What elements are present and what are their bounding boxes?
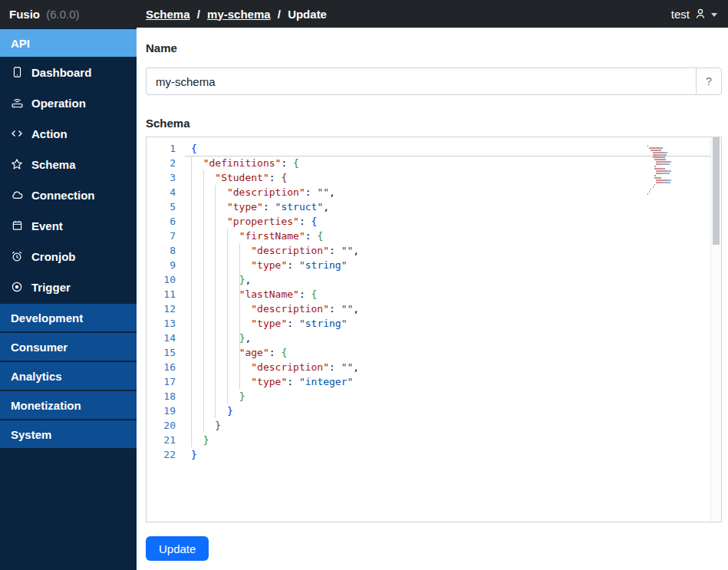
- line-number: 13: [147, 316, 185, 331]
- cloud-icon: [9, 189, 25, 201]
- indent-guide: [215, 185, 216, 418]
- line-number: 6: [147, 214, 185, 229]
- line-number: 18: [147, 389, 185, 404]
- code-line: "type": "struct",: [191, 199, 710, 214]
- sidebar-item-label: Cronjob: [31, 250, 76, 263]
- line-number: 21: [147, 433, 185, 447]
- sidebar-item-dashboard[interactable]: Dashboard: [0, 57, 137, 87]
- sidebar-group-label: Monetization: [11, 399, 81, 412]
- user-menu[interactable]: test: [671, 8, 717, 21]
- code-line: }: [191, 418, 710, 433]
- sidebar-item-connection[interactable]: Connection: [0, 180, 137, 210]
- indent-guide: [203, 170, 204, 433]
- sidebar-group-api[interactable]: API: [0, 29, 137, 57]
- indent-guide: [227, 229, 228, 404]
- line-number: 20: [147, 418, 185, 433]
- line-number: 16: [147, 360, 185, 374]
- line-number: 2: [147, 156, 185, 170]
- sidebar-group-consumer[interactable]: Consumer: [0, 333, 137, 361]
- name-input-group: ?: [146, 68, 722, 95]
- code-line: "description": "",: [191, 360, 710, 374]
- code-line: },: [191, 272, 710, 287]
- breadcrumb-my-schema-link[interactable]: my-schema: [207, 8, 271, 21]
- person-icon: [694, 8, 707, 20]
- schema-label: Schema: [146, 117, 713, 133]
- sidebar-item-label: Trigger: [31, 281, 71, 294]
- breadcrumb-schema-link[interactable]: Schema: [146, 8, 190, 21]
- line-number: 10: [147, 272, 185, 287]
- editor-scrollbar-thumb[interactable]: [713, 137, 720, 245]
- code-line: "age": {: [191, 345, 710, 360]
- code-line: "properties": {: [191, 214, 710, 229]
- editor-minimap[interactable]: [647, 140, 710, 190]
- line-number: 19: [147, 404, 185, 418]
- code-line: }: [191, 389, 710, 404]
- code-line: "description": "",: [191, 301, 710, 316]
- line-number: 5: [147, 199, 185, 214]
- sidebar-group-label: Development: [11, 311, 83, 325]
- alarm-clock-icon: [9, 250, 25, 262]
- breadcrumb-current-page: Update: [288, 8, 327, 21]
- line-number: 8: [147, 243, 185, 258]
- code-line: "type": "integer": [191, 374, 710, 389]
- editor-code[interactable]: { "definitions": { "Student": { "descrip…: [191, 141, 710, 462]
- code-icon: [9, 127, 25, 140]
- schema-code-editor[interactable]: 12345678910111213141516171819202122 { "d…: [146, 137, 722, 522]
- line-number: 9: [147, 258, 185, 272]
- line-number: 7: [147, 229, 185, 243]
- sidebar-item-schema[interactable]: Schema: [0, 149, 137, 180]
- code-line: "Student": {: [191, 170, 710, 185]
- code-line: }: [191, 447, 710, 462]
- line-number: 11: [147, 287, 185, 301]
- breadcrumb-separator: /: [197, 8, 200, 21]
- code-line: "definitions": {: [191, 156, 710, 170]
- router-icon: [9, 97, 25, 109]
- code-line: }: [191, 433, 710, 447]
- line-number: 17: [147, 374, 185, 389]
- brand-link[interactable]: Fusio (6.0.0): [9, 8, 80, 21]
- code-line: "firstName": {: [191, 229, 710, 243]
- editor-gutter: 12345678910111213141516171819202122: [147, 141, 185, 462]
- code-line: "type": "string": [191, 316, 710, 331]
- line-number: 3: [147, 170, 185, 185]
- sidebar-group-analytics[interactable]: Analytics: [0, 362, 137, 390]
- line-number: 1: [147, 141, 185, 156]
- sidebar-item-label: Operation: [31, 97, 86, 110]
- sidebar: API Dashboard Operation: [0, 28, 137, 570]
- sidebar-item-trigger[interactable]: Trigger: [0, 272, 137, 302]
- line-number: 14: [147, 331, 185, 345]
- sidebar-item-label: Action: [31, 127, 68, 140]
- line-number: 22: [147, 447, 185, 462]
- sidebar-item-action[interactable]: Action: [0, 118, 137, 149]
- indent-guide: [239, 243, 240, 389]
- user-name: test: [671, 8, 690, 21]
- brand-name: Fusio: [9, 8, 40, 21]
- line-number: 15: [147, 345, 185, 360]
- code-line: },: [191, 331, 710, 345]
- breadcrumb: Schema / my-schema / Update: [146, 8, 327, 21]
- minimap-line: [647, 188, 710, 190]
- brand-version: (6.0.0): [46, 8, 79, 21]
- sidebar-group-monetization[interactable]: Monetization: [0, 391, 137, 419]
- indent-guide: [191, 156, 192, 447]
- star-icon: [9, 158, 25, 170]
- name-help-button[interactable]: ?: [696, 68, 722, 95]
- sidebar-item-label: Event: [31, 219, 63, 232]
- sidebar-group-label: System: [11, 428, 51, 441]
- code-line: {: [191, 141, 710, 156]
- code-line: }: [191, 404, 710, 418]
- sidebar-item-label: Schema: [31, 158, 76, 171]
- sidebar-item-label: Dashboard: [31, 66, 91, 79]
- app-window: Fusio (6.0.0) Schema / my-schema / Updat…: [0, 0, 728, 570]
- code-line: "type": "string": [191, 258, 710, 272]
- sidebar-item-operation[interactable]: Operation: [0, 87, 137, 118]
- tablet-icon: [9, 66, 25, 78]
- sidebar-group-system[interactable]: System: [0, 420, 137, 448]
- name-input[interactable]: [146, 68, 696, 95]
- sidebar-group-development[interactable]: Development: [0, 304, 137, 331]
- sidebar-item-cronjob[interactable]: Cronjob: [0, 241, 137, 272]
- code-line: "description": "",: [191, 243, 710, 258]
- sidebar-item-event[interactable]: Event: [0, 210, 137, 241]
- update-button[interactable]: Update: [146, 536, 209, 561]
- editor-scrollbar[interactable]: [710, 137, 721, 522]
